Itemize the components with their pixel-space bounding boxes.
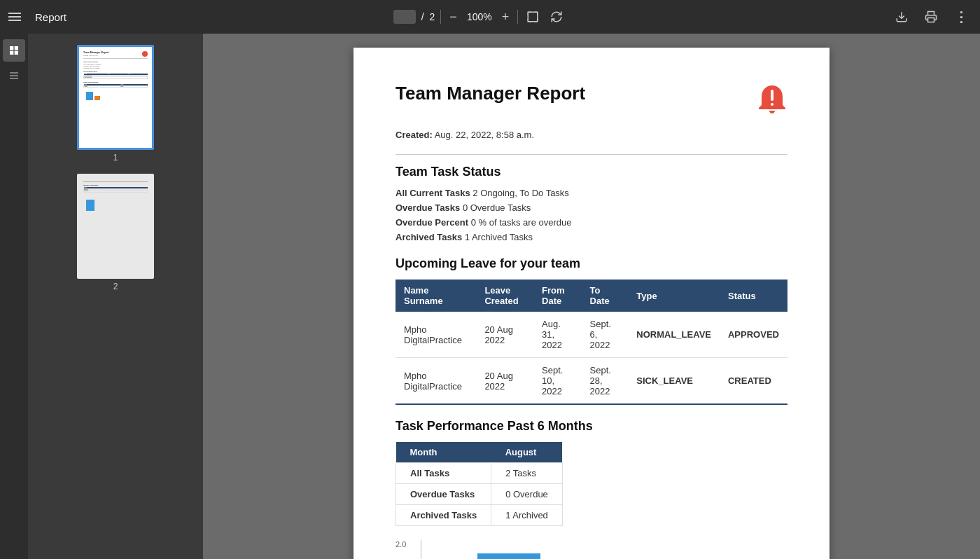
section-divider-1	[396, 154, 788, 155]
leave-type-0: NORMAL_LEAVE	[628, 312, 720, 358]
task-value-1: 0 Overdue Tasks	[463, 202, 531, 213]
report-header: Team Manager Report	[396, 83, 788, 124]
toolbar-center: 1 / 2 − 100% +	[393, 7, 566, 27]
task-label-1: Overdue Tasks	[396, 202, 460, 213]
page-number-input[interactable]: 1	[393, 10, 416, 24]
svg-rect-10	[771, 90, 774, 101]
leave-status-0: APPROVED	[720, 312, 788, 358]
svg-rect-6	[15, 51, 18, 55]
created-label: Created:	[396, 130, 433, 140]
perf-value-2: 1 Archived	[491, 505, 563, 526]
svg-rect-3	[10, 46, 13, 50]
page-thumb-2[interactable]: Report Continued Table Data row 1 Data r…	[77, 174, 154, 291]
toolbar-right: ⋮	[892, 6, 972, 28]
svg-rect-4	[15, 46, 18, 50]
leave-to-1: Sept. 28, 2022	[582, 358, 629, 405]
perf-row-2: Archived Tasks 1 Archived	[396, 505, 563, 526]
toolbar-title: Report	[35, 11, 66, 23]
leave-col-from: From Date	[533, 280, 581, 312]
leave-col-status: Status	[720, 280, 788, 312]
menu-button[interactable]	[8, 13, 21, 21]
task-value-2: 0 % of tasks are overdue	[471, 217, 572, 228]
leave-from-0: Aug. 31, 2022	[533, 312, 581, 358]
doc-page: Team Manager Report Created: Aug. 22, 20…	[354, 48, 830, 559]
task-row-1: Overdue Tasks 0 Overdue Tasks	[396, 202, 788, 213]
chart-bar-august	[477, 553, 540, 559]
leave-to-0: Sept. 6, 2022	[582, 312, 629, 358]
leave-created-1: 20 Aug 2022	[476, 358, 533, 405]
thumbnail-view-button[interactable]	[3, 39, 25, 62]
divider2	[517, 10, 518, 24]
sidebar: Team Manager Report Created: Aug. 22, 20…	[0, 34, 203, 559]
chart-y-2: 2.0	[396, 540, 406, 548]
leave-table: Name Surname Leave Created From Date To …	[396, 280, 788, 405]
leave-status-1: CREATED	[720, 358, 788, 405]
svg-rect-5	[10, 51, 13, 55]
leave-name-1: Mpho DigitalPractice	[396, 358, 476, 405]
task-status-title: Team Task Status	[396, 165, 788, 179]
perf-value-0: 2 Tasks	[491, 463, 563, 484]
zoom-level: 100%	[465, 11, 493, 22]
page-thumbnails: Team Manager Report Created: Aug. 22, 20…	[28, 34, 203, 559]
perf-row-1: Overdue Tasks 0 Overdue	[396, 484, 563, 505]
sidebar-icons	[0, 34, 28, 559]
task-label-2: Overdue Percent	[396, 217, 468, 228]
alert-icon	[757, 83, 788, 124]
leave-row-0: Mpho DigitalPractice 20 Aug 2022 Aug. 31…	[396, 312, 788, 358]
zoom-in-button[interactable]: +	[499, 7, 512, 27]
leave-created-0: 20 Aug 2022	[476, 312, 533, 358]
leave-col-to: To Date	[582, 280, 629, 312]
leave-col-type: Type	[628, 280, 720, 312]
main-area: Team Manager Report Created: Aug. 22, 20…	[0, 34, 980, 559]
leave-type-1: SICK_LEAVE	[628, 358, 720, 405]
task-value-3: 1 Archived Tasks	[465, 232, 533, 242]
task-row-0: All Current Tasks 2 Ongoing, To Do Tasks	[396, 188, 788, 198]
perf-label-1: Overdue Tasks	[396, 484, 491, 505]
fit-button[interactable]	[524, 8, 542, 26]
leave-col-created: Leave Created	[476, 280, 533, 312]
perf-label-2: Archived Tasks	[396, 505, 491, 526]
task-row-2: Overdue Percent 0 % of tasks are overdue	[396, 217, 788, 228]
page-separator: /	[421, 11, 424, 22]
download-button[interactable]	[892, 8, 911, 26]
svg-rect-11	[771, 103, 774, 106]
page-thumb-image-1: Team Manager Report Created: Aug. 22, 20…	[77, 45, 154, 150]
rotate-button[interactable]	[547, 8, 566, 26]
perf-row-0: All Tasks 2 Tasks	[396, 463, 563, 484]
page-thumb-label-2: 2	[113, 282, 118, 291]
performance-table: Month August All Tasks 2 Tasks Overdue T…	[396, 442, 563, 526]
svg-rect-0	[528, 12, 538, 22]
chart-area: 2.0 1.0	[396, 540, 788, 559]
perf-col-august: August	[491, 442, 563, 463]
leave-name-0: Mpho DigitalPractice	[396, 312, 476, 358]
page-thumb-1[interactable]: Team Manager Report Created: Aug. 22, 20…	[77, 45, 154, 163]
report-date: Created: Aug. 22, 2022, 8:58 a.m.	[396, 130, 788, 140]
leave-col-name: Name Surname	[396, 280, 476, 312]
perf-col-month: Month	[396, 442, 491, 463]
page-thumb-label-1: 1	[113, 153, 118, 163]
page-total: 2	[430, 11, 435, 22]
report-title: Team Manager Report	[396, 83, 585, 104]
doc-viewer[interactable]: Team Manager Report Created: Aug. 22, 20…	[203, 34, 980, 559]
svg-rect-2	[928, 18, 934, 22]
toolbar: Report 1 / 2 − 100% +	[0, 0, 980, 34]
performance-title: Task Performance Past 6 Months	[396, 419, 788, 434]
leave-row-1: Mpho DigitalPractice 20 Aug 2022 Sept. 1…	[396, 358, 788, 405]
outline-view-button[interactable]	[3, 64, 25, 87]
leave-from-1: Sept. 10, 2022	[533, 358, 581, 405]
perf-label-0: All Tasks	[396, 463, 491, 484]
zoom-out-button[interactable]: −	[447, 7, 460, 27]
task-row-3: Archived Tasks 1 Archived Tasks	[396, 232, 788, 242]
more-options-button[interactable]: ⋮	[951, 6, 972, 28]
perf-value-1: 0 Overdue	[491, 484, 563, 505]
task-value-0: 2 Ongoing, To Do Tasks	[472, 188, 569, 198]
task-label-3: Archived Tasks	[396, 232, 462, 242]
page-thumb-image-2: Report Continued Table Data row 1 Data r…	[77, 174, 154, 279]
created-date: Aug. 22, 2022, 8:58 a.m.	[435, 130, 534, 140]
print-button[interactable]	[922, 8, 940, 26]
leave-title: Upcoming Leave for your team	[396, 256, 788, 271]
divider	[440, 10, 441, 24]
task-label-0: All Current Tasks	[396, 188, 470, 198]
